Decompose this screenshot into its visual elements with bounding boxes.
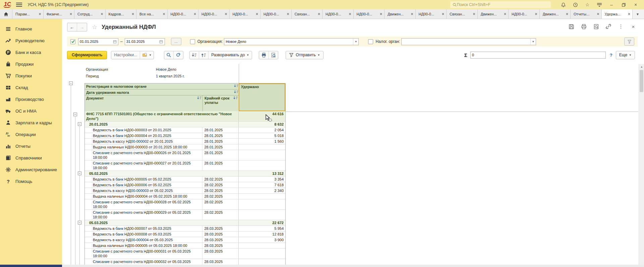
tab-close-icon[interactable]: × bbox=[225, 12, 227, 16]
collapse-org-button[interactable]: − bbox=[73, 113, 77, 116]
restore-icon[interactable] bbox=[621, 2, 627, 8]
sidebar-item-4[interactable]: Покупки bbox=[0, 70, 62, 82]
favorite-star-icon[interactable]: ☆ bbox=[92, 23, 97, 31]
tab-overflow-icon[interactable]: ▼ bbox=[633, 9, 643, 19]
sort-icon[interactable] bbox=[233, 96, 238, 111]
collapse-report-button[interactable]: − bbox=[69, 81, 73, 85]
favorites-star-icon[interactable]: ☆ bbox=[584, 2, 590, 8]
more-button[interactable]: Еще ▼ bbox=[616, 51, 635, 59]
sidebar-item-2[interactable]: РБанк и касса bbox=[0, 47, 62, 58]
home-tab[interactable] bbox=[0, 9, 12, 19]
header-withheld-selected-cell[interactable]: Удержано bbox=[239, 83, 285, 111]
header-deadline[interactable]: Крайний срок уплаты bbox=[203, 95, 239, 111]
date-to-field[interactable] bbox=[125, 38, 165, 45]
tab-5[interactable]: НД00-0...× bbox=[168, 9, 199, 19]
tab-close-icon[interactable]: × bbox=[411, 12, 413, 16]
tab-close-icon[interactable]: × bbox=[566, 12, 568, 16]
sort-icon[interactable] bbox=[197, 96, 202, 111]
detail-row[interactable]: Списание с расчетного счета НД00-000031 … bbox=[85, 249, 285, 259]
find-button[interactable] bbox=[164, 51, 173, 59]
date-from-field[interactable] bbox=[78, 38, 118, 45]
tab-close-icon[interactable]: × bbox=[318, 12, 320, 16]
group-row-1[interactable]: 05.02.202513 312 bbox=[85, 171, 285, 177]
org-group-row[interactable]: ФНС 7715 КПП 771501001 (Общество с огран… bbox=[85, 111, 285, 122]
calendar-icon[interactable] bbox=[159, 40, 163, 44]
tab-7[interactable]: НД00-0...× bbox=[230, 9, 261, 19]
tab-11[interactable]: НД00-0...× bbox=[354, 9, 385, 19]
report-variants-button[interactable]: ▼ bbox=[140, 51, 154, 59]
tab-close-icon[interactable]: × bbox=[442, 12, 444, 16]
main-menu-icon[interactable] bbox=[16, 3, 22, 7]
sidebar-item-6[interactable]: Производство bbox=[0, 93, 62, 105]
chevron-down-icon[interactable]: ▼ bbox=[353, 39, 358, 45]
collapse-group-button-1[interactable]: − bbox=[78, 172, 81, 175]
global-search[interactable] bbox=[450, 1, 551, 8]
tab-close-icon[interactable]: × bbox=[70, 12, 72, 16]
tab-10[interactable]: НД00-0...× bbox=[323, 9, 354, 19]
settings-button[interactable]: Настройки... bbox=[111, 51, 140, 59]
scroll-thumb[interactable] bbox=[640, 70, 643, 92]
tax-authority-input[interactable] bbox=[402, 40, 530, 44]
detail-row[interactable]: Списание с расчетного счета НД00-000029 … bbox=[85, 210, 285, 220]
autosum-field[interactable] bbox=[470, 52, 606, 59]
info-row-organization[interactable]: Организация Новое Дело bbox=[84, 66, 286, 73]
sidebar-item-11[interactable]: Справочники bbox=[0, 152, 62, 164]
tab-close-icon[interactable]: × bbox=[628, 12, 630, 16]
collapse-group-button-2[interactable]: − bbox=[78, 221, 81, 224]
tab-close-icon[interactable]: × bbox=[535, 12, 537, 16]
organization-input[interactable] bbox=[224, 40, 353, 44]
bottom-scrollbar[interactable] bbox=[62, 265, 644, 267]
tab-close-icon[interactable]: × bbox=[597, 12, 599, 16]
generate-button[interactable]: Сформировать bbox=[67, 51, 107, 59]
autosum-input[interactable] bbox=[471, 53, 605, 57]
more-kebab-icon[interactable]: ⋮ bbox=[618, 23, 624, 30]
detail-row[interactable]: Выдача наличных НД00-000003 от 20.01.202… bbox=[85, 144, 285, 150]
tab-close-icon[interactable]: × bbox=[473, 12, 475, 16]
tab-1[interactable]: Физиче...× bbox=[44, 9, 75, 19]
get-link-icon[interactable] bbox=[605, 23, 612, 30]
close-tab-icon[interactable]: × bbox=[630, 23, 637, 30]
print-icon[interactable] bbox=[580, 23, 587, 30]
tab-12[interactable]: Движен...× bbox=[385, 9, 416, 19]
expand-to-button[interactable]: Разворачивать до▼ bbox=[208, 51, 252, 59]
organization-checkbox[interactable] bbox=[190, 39, 195, 44]
sort-icon[interactable] bbox=[234, 84, 239, 88]
help-button[interactable]: ? bbox=[610, 53, 612, 58]
detail-row[interactable]: Ведомость в кассу НД00-000003 от 05.02.2… bbox=[85, 188, 285, 194]
tab-18[interactable]: Отчеты...× bbox=[571, 9, 602, 19]
tab-close-icon[interactable]: × bbox=[101, 12, 103, 16]
find-next-button[interactable] bbox=[173, 51, 183, 59]
detail-row[interactable]: Ведомость в банк НД00-000006 от 05.02.20… bbox=[85, 182, 285, 188]
tab-15[interactable]: Движен...× bbox=[478, 9, 509, 19]
tab-9[interactable]: Связан...× bbox=[292, 9, 323, 19]
tab-17[interactable]: Движен...× bbox=[540, 9, 571, 19]
detail-row[interactable]: Ведомость в кассу НД00-000004 от 05.03.2… bbox=[85, 237, 285, 243]
detail-row[interactable]: Ведомость в банк НД00-000004 от 20.01.20… bbox=[85, 133, 285, 139]
tab-6[interactable]: НД00-0...× bbox=[198, 9, 230, 19]
detail-row[interactable]: Списание с расчетного счета НД00-000026 … bbox=[85, 150, 285, 160]
tab-8[interactable]: НД00-0...× bbox=[260, 9, 292, 19]
tab-close-icon[interactable]: × bbox=[256, 12, 258, 16]
preview-icon[interactable] bbox=[593, 23, 599, 30]
detail-row[interactable]: Списание с расчетного счета НД00-000027 … bbox=[85, 160, 285, 171]
expand-groups-button[interactable] bbox=[199, 51, 208, 59]
tab-13[interactable]: НД00-0...× bbox=[416, 9, 447, 19]
tab-close-icon[interactable]: × bbox=[194, 12, 196, 16]
calendar-icon[interactable] bbox=[113, 40, 117, 44]
filter-settings-button[interactable] bbox=[624, 38, 634, 46]
close-window-icon[interactable]: × bbox=[633, 2, 639, 8]
detail-row[interactable]: Ведомость в банк НД00-000008 от 05.03.20… bbox=[85, 231, 285, 237]
group-row-0[interactable]: 20.01.20258 632 bbox=[85, 122, 285, 127]
chevron-down-icon[interactable]: ▼ bbox=[530, 39, 536, 45]
tab-3[interactable]: Кадров...× bbox=[106, 9, 137, 19]
tax-authority-checkbox[interactable] bbox=[368, 39, 373, 44]
detail-row[interactable]: Списание с расчетного счета НД00-000032 … bbox=[85, 259, 285, 265]
tab-close-icon[interactable]: × bbox=[380, 12, 382, 16]
history-icon[interactable] bbox=[572, 2, 578, 8]
sort-icon[interactable] bbox=[234, 90, 239, 94]
sidebar-item-1[interactable]: Руководителю bbox=[0, 35, 62, 47]
info-row-period[interactable]: Период 1 квартал 2025 г. bbox=[84, 73, 286, 79]
sidebar-item-13[interactable]: ?Помощь bbox=[0, 176, 62, 187]
tab-close-icon[interactable]: × bbox=[349, 12, 351, 16]
sidebar-item-3[interactable]: Продажи bbox=[0, 58, 62, 70]
